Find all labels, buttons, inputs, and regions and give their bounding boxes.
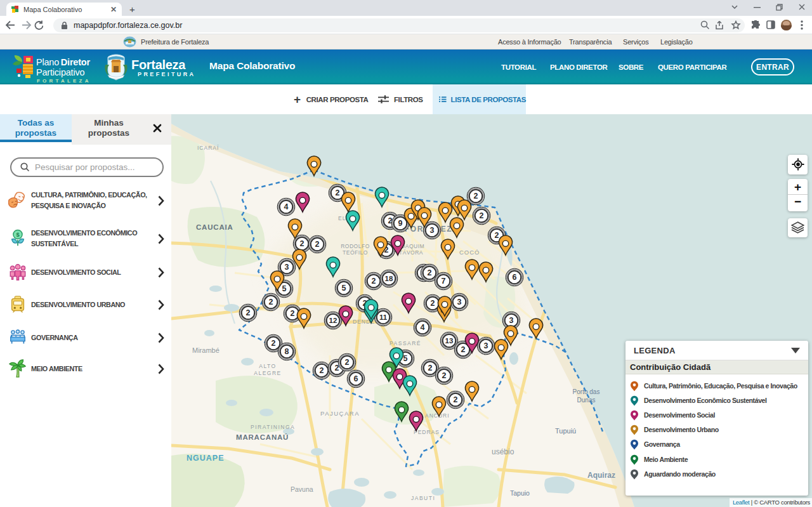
svg-text:6: 6 <box>513 273 517 282</box>
svg-text:2: 2 <box>300 239 304 248</box>
svg-text:Pavuna: Pavuna <box>291 485 313 493</box>
svg-text:13: 13 <box>445 337 454 345</box>
svg-text:RODOLFO: RODOLFO <box>341 243 370 249</box>
svg-text:PAJUÇARA: PAJUÇARA <box>320 410 360 417</box>
svg-text:5: 5 <box>403 354 408 363</box>
svg-text:2: 2 <box>291 309 295 318</box>
svg-text:ALTO: ALTO <box>259 363 276 369</box>
svg-text:Tupuiú: Tupuiú <box>555 427 576 435</box>
svg-text:2: 2 <box>315 240 320 249</box>
svg-text:2: 2 <box>320 366 324 375</box>
svg-text:Dunas: Dunas <box>577 397 596 404</box>
svg-text:6: 6 <box>354 374 358 383</box>
svg-text:PASSARÉ: PASSARÉ <box>390 340 421 346</box>
svg-text:NGUAPE: NGUAPE <box>187 454 224 463</box>
svg-text:2: 2 <box>269 298 273 306</box>
svg-text:9: 9 <box>398 219 403 228</box>
svg-text:2: 2 <box>246 308 251 317</box>
svg-text:Porto das: Porto das <box>573 388 600 395</box>
svg-text:4: 4 <box>284 202 289 211</box>
svg-text:11: 11 <box>379 313 388 321</box>
svg-text:2: 2 <box>474 192 478 201</box>
svg-text:3: 3 <box>430 226 435 235</box>
svg-text:2: 2 <box>345 358 350 367</box>
svg-text:2: 2 <box>495 231 499 240</box>
svg-text:3: 3 <box>509 316 514 325</box>
svg-text:2: 2 <box>480 211 484 220</box>
svg-text:2: 2 <box>428 364 433 372</box>
svg-text:TEÓFILO: TEÓFILO <box>343 249 368 256</box>
svg-text:MARACANAÚ: MARACANAÚ <box>236 433 289 441</box>
svg-text:5: 5 <box>342 284 346 293</box>
svg-text:2: 2 <box>372 277 376 286</box>
svg-text:COCÓ: COCÓ <box>459 249 480 256</box>
svg-text:3: 3 <box>457 298 462 306</box>
svg-text:4: 4 <box>421 323 425 332</box>
svg-text:Tapuio: Tapuio <box>510 489 530 497</box>
svg-text:3: 3 <box>285 263 289 272</box>
svg-text:3: 3 <box>484 341 488 350</box>
svg-text:CAUCAIA: CAUCAIA <box>196 223 233 231</box>
svg-text:12: 12 <box>329 317 337 324</box>
svg-text:Mirambé: Mirambé <box>192 346 219 354</box>
svg-text:ALEGRE: ALEGRE <box>254 370 282 376</box>
svg-text:$: $ <box>16 232 20 238</box>
svg-text:TÁVORA: TÁVORA <box>399 249 423 256</box>
svg-text:2: 2 <box>272 339 276 348</box>
svg-text:2: 2 <box>461 345 466 354</box>
svg-text:18: 18 <box>385 275 393 282</box>
svg-text:8: 8 <box>285 347 289 356</box>
svg-text:usébio: usébio <box>492 447 514 456</box>
svg-text:ICARAÍ: ICARAÍ <box>197 145 219 151</box>
svg-text:Aquiraz: Aquiraz <box>587 471 615 480</box>
svg-text:JABUTI: JABUTI <box>411 495 435 501</box>
svg-text:2: 2 <box>336 188 340 197</box>
svg-text:2: 2 <box>454 395 458 404</box>
svg-text:5: 5 <box>282 284 287 293</box>
svg-text:2: 2 <box>428 268 432 277</box>
svg-text:PIRATININGA: PIRATININGA <box>251 424 295 430</box>
svg-text:PEDRAS: PEDRAS <box>414 429 440 435</box>
svg-text:2: 2 <box>442 371 447 380</box>
svg-text:7: 7 <box>442 277 446 286</box>
svg-text:2: 2 <box>431 299 435 308</box>
